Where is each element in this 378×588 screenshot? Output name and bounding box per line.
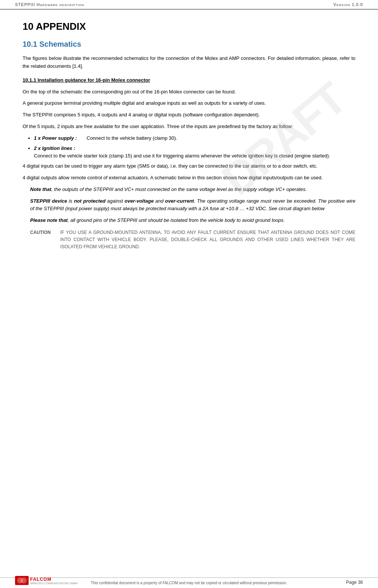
- header-right: Version 1.0.0: [333, 2, 363, 7]
- caution-text: IF YOU USE A GROUND-MOUNTED ANTENNA, TO …: [60, 229, 355, 251]
- falcom-logo-text: FALCOM: [30, 577, 52, 582]
- footer: This confidential document is a property…: [0, 577, 378, 588]
- over-voltage-text: over-voltage: [125, 198, 154, 204]
- para-2: A general purpose terminal providing mul…: [23, 99, 355, 107]
- para-digital1: 4 digital inputs can be used to trigger …: [23, 162, 355, 170]
- chapter-title: 10 APPENDIX: [23, 21, 355, 32]
- caution-block: CAUTION IF YOU USE A GROUND-MOUNTED ANTE…: [23, 229, 355, 251]
- of-para: Of the 5 inputs, 2 inputs are free avail…: [23, 123, 355, 131]
- please-block: Please note that, all ground pins of the…: [23, 217, 355, 225]
- main-content: 10 APPENDIX 10.1 Schematics The figures …: [0, 9, 378, 577]
- section-title: 10.1 Schematics: [23, 40, 355, 49]
- over-current-text: over-current: [165, 198, 194, 204]
- steppiii-device-and: and: [154, 198, 165, 204]
- steppiii-device-block: STEPPIII device is not protected against…: [23, 197, 355, 213]
- note-block: Note that, the outputs of the STEPPIII a…: [23, 186, 355, 194]
- falcom-logo-text-block: FALCOM WIRELESS COMMUNICATIONS GMBH: [30, 577, 78, 585]
- steppiii-device-label: STEPPIII device: [30, 198, 67, 204]
- page-number: Page 36: [346, 580, 363, 585]
- bullet-desc-power: Connect to the vehicle battery (clamp 30…: [87, 134, 177, 142]
- steppiii-para: The STEPPIII comprises 5 inputs, 4 outpu…: [23, 111, 355, 119]
- footer-copyright: This confidential document is a property…: [91, 581, 287, 585]
- please-label: Please note that: [30, 217, 68, 223]
- please-text: , all ground pins of the STEPPIII unit s…: [68, 217, 285, 223]
- bullet-desc-ignition: Connect to the vehicle starter lock (cla…: [34, 152, 330, 160]
- caution-label: CAUTION: [30, 229, 60, 251]
- falcom-logo-icon: [15, 576, 29, 585]
- subsection-title: 10.1.1 Installation guidance for 16-pin …: [23, 77, 355, 83]
- footer-logo: FALCOM WIRELESS COMMUNICATIONS GMBH: [15, 576, 78, 585]
- bullet-term-power: 1 x Power supply :: [34, 134, 87, 142]
- svg-point-1: [21, 577, 27, 583]
- falcom-logo-subtitle: WIRELESS COMMUNICATIONS GMBH: [30, 582, 78, 585]
- header-bar: STEPPIII Hardware description Version 1.…: [0, 0, 378, 9]
- steppiii-device-before: is: [67, 198, 74, 204]
- steppiii-device-after: against: [105, 198, 125, 204]
- bullet-item-ignition: 2 x Ignition lines : Connect to the vehi…: [34, 145, 355, 159]
- para-digital2: 4 digital outputs allow remote control o…: [23, 174, 355, 182]
- intro-paragraph: The figures below illustrate the recomme…: [23, 55, 355, 70]
- header-left: STEPPIII Hardware description: [15, 2, 84, 7]
- bullet-list: 1 x Power supply : Connect to the vehicl…: [34, 134, 355, 160]
- para-1: On the top of the schematic the correspo…: [23, 88, 355, 96]
- not-protected-text: not protected: [74, 198, 105, 204]
- note-label: Note that: [30, 186, 51, 192]
- page-wrapper: STEPPIII Hardware description Version 1.…: [0, 0, 378, 588]
- note-text: , the outputs of the STEPPIII and VC+ mu…: [51, 186, 307, 192]
- bullet-term-ignition: 2 x Ignition lines :: [34, 145, 87, 152]
- bullet-item-power: 1 x Power supply : Connect to the vehicl…: [34, 134, 355, 142]
